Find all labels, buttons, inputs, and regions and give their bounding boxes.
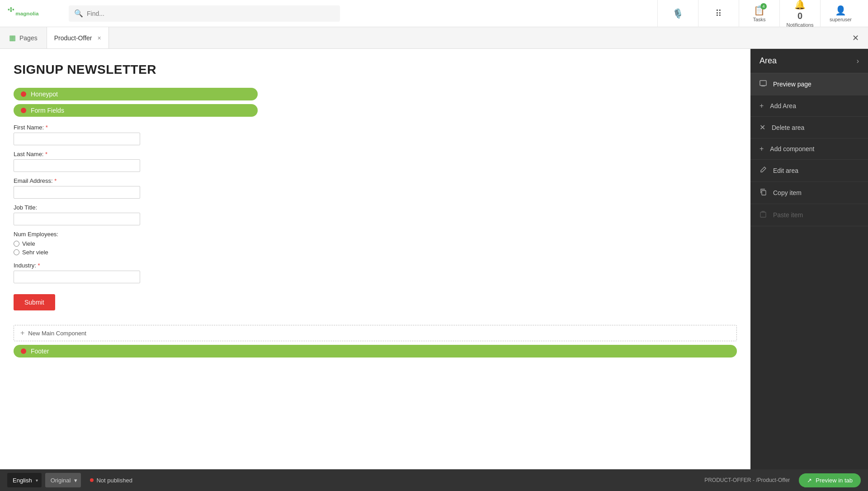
- industry-input[interactable]: [14, 271, 140, 283]
- radio-viele[interactable]: Viele: [14, 240, 737, 247]
- svg-rect-1: [10, 7, 12, 9]
- svg-rect-4: [10, 9, 12, 10]
- language-label: English: [13, 477, 32, 484]
- email-label: Email Address: *: [14, 177, 737, 184]
- tab-close-icon[interactable]: ×: [97, 34, 101, 42]
- preview-tab-label: Preview in tab: [816, 477, 853, 484]
- paste-item-icon: [760, 210, 767, 219]
- footer-dot: [21, 348, 26, 354]
- tab-bar: ▦ Pages Product-Offer × ✕: [0, 27, 868, 49]
- new-main-component-label: New Main Component: [28, 330, 86, 337]
- delete-area-item[interactable]: ✕ Delete area: [750, 117, 868, 138]
- paste-item-item: Paste item: [750, 204, 868, 226]
- pages-icon: ▦: [9, 33, 16, 42]
- header-right: 🎙️ ⠿ 📋 4 Tasks 🔔 0 Notifications 👤 super…: [657, 0, 861, 27]
- page-preview-icon: [760, 80, 767, 89]
- radio-sehr-viele[interactable]: Sehr viele: [14, 249, 737, 256]
- notifications-label: Notifications: [787, 22, 814, 28]
- search-input[interactable]: [87, 10, 335, 17]
- last-name-group: Last Name: *: [14, 151, 737, 172]
- copy-item-icon: [760, 188, 767, 197]
- tab-product-offer[interactable]: Product-Offer ×: [47, 27, 109, 48]
- notifications-icon: 🔔: [794, 0, 806, 10]
- svg-rect-2: [13, 9, 14, 10]
- radio-viele-label: Viele: [22, 240, 35, 247]
- add-area-icon: +: [760, 102, 764, 110]
- microphone-icon: 🎙️: [672, 8, 684, 19]
- variant-selector[interactable]: Original ▾: [45, 473, 81, 487]
- industry-group: Industry: *: [14, 262, 737, 283]
- add-component-item[interactable]: + Add component: [750, 138, 868, 160]
- last-name-input[interactable]: [14, 159, 140, 172]
- notifications-badge: 🔔: [794, 0, 806, 10]
- svg-rect-6: [760, 81, 766, 86]
- num-employees-label: Num Employees:: [14, 231, 737, 238]
- plus-icon: +: [20, 329, 24, 337]
- content-area: SIGNUP NEWSLETTER Honeypot Form Fields F…: [0, 49, 750, 469]
- add-area-item[interactable]: + Add Area: [750, 95, 868, 117]
- edit-area-item[interactable]: Edit area: [750, 160, 868, 182]
- search-icon: 🔍: [74, 9, 83, 18]
- top-header: magnolia 🔍 🎙️ ⠿ 📋 4 Tasks 🔔 0 Notificati…: [0, 0, 868, 27]
- main-area: SIGNUP NEWSLETTER Honeypot Form Fields F…: [0, 49, 868, 469]
- language-selector[interactable]: English ▾: [7, 473, 42, 487]
- apps-button[interactable]: ⠿: [698, 0, 739, 27]
- new-main-component[interactable]: + New Main Component: [14, 325, 737, 341]
- industry-label: Industry: *: [14, 262, 737, 269]
- magnolia-logo: magnolia: [7, 5, 52, 21]
- user-button[interactable]: 👤 superuser: [820, 0, 861, 27]
- tasks-button[interactable]: 📋 4 Tasks: [739, 0, 779, 27]
- submit-button[interactable]: Submit: [14, 294, 55, 310]
- not-published-dot: [90, 478, 94, 482]
- notifications-button[interactable]: 🔔 0 Notifications: [779, 0, 820, 27]
- svg-rect-9: [762, 191, 766, 195]
- variant-chevron-icon: ▾: [74, 477, 77, 484]
- search-bar[interactable]: 🔍: [69, 5, 340, 22]
- preview-page-item[interactable]: Preview page: [750, 73, 868, 95]
- copy-item-item[interactable]: Copy item: [750, 182, 868, 204]
- email-group: Email Address: *: [14, 177, 737, 199]
- email-input[interactable]: [14, 186, 140, 199]
- preview-tab-button[interactable]: ↗ Preview in tab: [799, 473, 861, 487]
- panel-title: Area: [760, 56, 777, 66]
- tab-pages[interactable]: ▦ Pages: [0, 27, 47, 48]
- apps-grid-icon: ⠿: [715, 8, 722, 19]
- notifications-count: 0: [797, 11, 802, 21]
- required-star: *: [54, 177, 57, 184]
- honeypot-component[interactable]: Honeypot: [14, 88, 258, 100]
- svg-text:magnolia: magnolia: [15, 11, 39, 17]
- edit-area-icon: [760, 166, 767, 175]
- footer-label: Footer: [31, 348, 49, 355]
- honeypot-dot: [21, 91, 26, 97]
- add-component-icon: +: [760, 145, 764, 153]
- form-fields-component[interactable]: Form Fields: [14, 104, 258, 117]
- panel-close-button[interactable]: ✕: [843, 33, 868, 43]
- first-name-label: First Name: *: [14, 124, 737, 131]
- tasks-label: Tasks: [753, 17, 765, 22]
- job-title-input[interactable]: [14, 213, 140, 225]
- honeypot-label: Honeypot: [31, 91, 58, 98]
- radio-group: Viele Sehr viele: [14, 239, 737, 257]
- svg-rect-0: [8, 9, 9, 10]
- required-star: *: [45, 151, 47, 157]
- last-name-label: Last Name: *: [14, 151, 737, 157]
- num-employees-group: Num Employees: Viele Sehr viele: [14, 231, 737, 257]
- publish-status: Not published: [90, 477, 132, 484]
- panel-chevron-icon[interactable]: ›: [857, 57, 859, 65]
- page-title: SIGNUP NEWSLETTER: [14, 62, 737, 77]
- paste-item-label: Paste item: [773, 211, 803, 219]
- svg-rect-3: [10, 10, 12, 12]
- product-offer-label: Product-Offer: [54, 34, 92, 42]
- footer-component[interactable]: Footer: [14, 345, 737, 358]
- add-component-label: Add component: [770, 145, 814, 153]
- breadcrumb: PRODUCT-OFFER - /Product-Offer: [704, 477, 790, 483]
- variant-label: Original: [51, 477, 71, 484]
- required-star: *: [38, 262, 40, 269]
- preview-tab-icon: ↗: [807, 477, 812, 484]
- tasks-count: 4: [760, 3, 767, 10]
- user-label: superuser: [830, 17, 852, 22]
- status-bar: English ▾ Original ▾ Not published PRODU…: [0, 469, 868, 491]
- not-published-label: Not published: [96, 477, 132, 484]
- first-name-input[interactable]: [14, 133, 140, 145]
- microphone-button[interactable]: 🎙️: [657, 0, 698, 27]
